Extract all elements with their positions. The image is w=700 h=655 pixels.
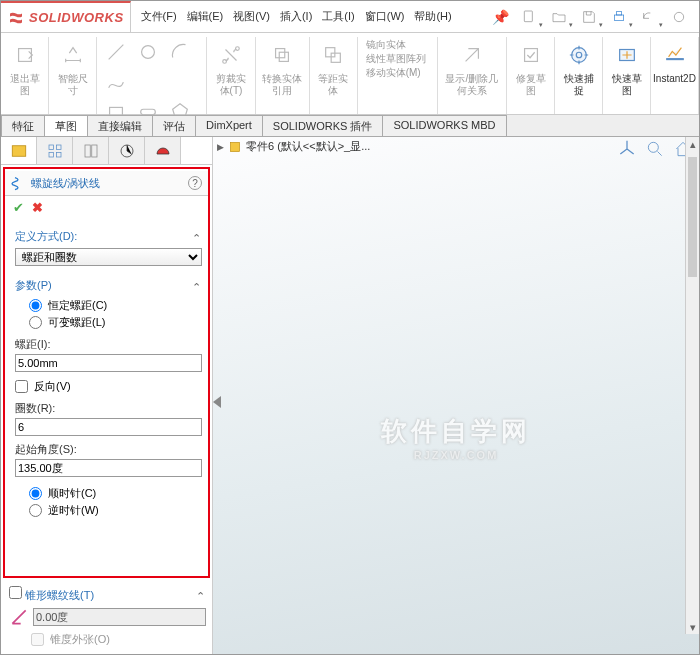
expand-tree-arrow[interactable] bbox=[213, 396, 221, 408]
scroll-down-icon[interactable]: ▾ bbox=[686, 620, 699, 634]
command-tabs: 特征 草图 直接编辑 评估 DimXpert SOLIDWORKS 插件 SOL… bbox=[1, 115, 699, 137]
ptab-property[interactable] bbox=[37, 137, 73, 164]
menu-window[interactable]: 窗口(W) bbox=[361, 5, 409, 28]
menu-edit[interactable]: 编辑(E) bbox=[183, 5, 228, 28]
scroll-up-icon[interactable]: ▴ bbox=[686, 137, 699, 151]
chevron-up-icon[interactable]: ⌃ bbox=[196, 590, 206, 600]
ribbon-repair[interactable]: 修复草图 bbox=[507, 37, 555, 114]
svg-point-11 bbox=[236, 47, 240, 51]
taper-outward-checkbox: 锥度外张(O) bbox=[5, 631, 206, 648]
menu-insert[interactable]: 插入(I) bbox=[276, 5, 316, 28]
qat-save[interactable]: ▾ bbox=[577, 5, 601, 29]
qat-undo[interactable]: ▾ bbox=[637, 5, 661, 29]
ribbon-sketch-tools[interactable] bbox=[97, 37, 207, 114]
radio-variable-pitch[interactable]: 可变螺距(L) bbox=[15, 314, 202, 331]
svg-rect-16 bbox=[524, 49, 537, 62]
crumb-arrow-icon[interactable]: ▶ bbox=[217, 142, 224, 152]
reverse-checkbox[interactable]: 反向(V) bbox=[15, 378, 202, 395]
menu-items: 文件(F) 编辑(E) 视图(V) 插入(I) 工具(I) 窗口(W) 帮助(H… bbox=[131, 5, 484, 28]
svg-rect-2 bbox=[616, 11, 621, 14]
taper-label: 锥形螺纹线(T) bbox=[25, 589, 94, 601]
menu-help[interactable]: 帮助(H) bbox=[410, 5, 455, 28]
spline-icon[interactable] bbox=[103, 71, 129, 97]
workspace: 螺旋线/涡状线 ? ✔ ✖ 定义方式(D):⌃ 螺距和圈数 参数(P)⌃ 恒定螺… bbox=[1, 137, 699, 654]
ribbon-convert[interactable]: 转换实体引用 bbox=[256, 37, 310, 114]
ptab-feature-tree[interactable] bbox=[1, 137, 37, 164]
ribbon-trim[interactable]: 剪裁实体(T) bbox=[207, 37, 256, 114]
circle-icon[interactable] bbox=[135, 39, 161, 65]
cancel-button[interactable]: ✖ bbox=[32, 200, 43, 215]
ok-button[interactable]: ✔ bbox=[13, 200, 24, 215]
ptab-dim[interactable] bbox=[109, 137, 145, 164]
radio-constant-pitch[interactable]: 恒定螺距(C) bbox=[15, 297, 202, 314]
ribbon-quick-snap[interactable]: 快速捕捉 bbox=[555, 37, 603, 114]
radio-counterclockwise[interactable]: 逆时针(W) bbox=[15, 502, 202, 519]
radio-clockwise[interactable]: 顺时针(C) bbox=[15, 485, 202, 502]
menubar: SOLIDWORKS 文件(F) 编辑(E) 视图(V) 插入(I) 工具(I)… bbox=[1, 1, 699, 33]
app-logo: SOLIDWORKS bbox=[1, 1, 131, 32]
quick-access-toolbar: ▾ ▾ ▾ ▾ ▾ bbox=[517, 5, 699, 29]
part-icon bbox=[228, 140, 242, 154]
ribbon-rapid-sketch[interactable]: 快速草图 bbox=[603, 37, 651, 114]
menu-view[interactable]: 视图(V) bbox=[229, 5, 274, 28]
ribbon-relations[interactable]: 显示/删除几何关系 bbox=[438, 37, 507, 114]
tab-mbd[interactable]: SOLIDWORKS MBD bbox=[382, 115, 506, 136]
arc-icon[interactable] bbox=[167, 39, 193, 65]
tab-direct-edit[interactable]: 直接编辑 bbox=[87, 115, 153, 136]
qat-new[interactable]: ▾ bbox=[517, 5, 541, 29]
section-taper: 锥形螺纹线(T)⌃ 锥度外张(O) bbox=[1, 580, 212, 654]
section-define-by: 定义方式(D):⌃ 螺距和圈数 bbox=[5, 223, 208, 272]
helix-icon bbox=[11, 175, 27, 191]
start-angle-input[interactable] bbox=[15, 459, 202, 477]
svg-rect-13 bbox=[280, 52, 289, 61]
svg-rect-22 bbox=[49, 145, 54, 150]
ribbon-exit-sketch[interactable]: 退出草图 bbox=[1, 37, 49, 114]
graphics-viewport[interactable]: ▶ 零件6 (默认<<默认>_显... 软件自学网 RJZXW.COM ▴ ▾ bbox=[213, 137, 699, 654]
ribbon-smart-dimension[interactable]: 智能尺寸 bbox=[49, 37, 97, 114]
svg-rect-12 bbox=[276, 49, 285, 58]
chevron-up-icon[interactable]: ⌃ bbox=[192, 281, 202, 291]
svg-point-30 bbox=[648, 142, 658, 152]
qat-open[interactable]: ▾ bbox=[547, 5, 571, 29]
ribbon-pattern-group[interactable]: 镜向实体 线性草图阵列 移动实体(M) bbox=[358, 37, 438, 114]
triad-icon[interactable] bbox=[617, 139, 637, 159]
svg-point-10 bbox=[223, 60, 227, 64]
svg-rect-4 bbox=[18, 49, 31, 62]
scroll-thumb[interactable] bbox=[688, 157, 697, 277]
menu-file[interactable]: 文件(F) bbox=[137, 5, 181, 28]
tab-sketch[interactable]: 草图 bbox=[44, 115, 88, 136]
ribbon-instant2d[interactable]: Instant2D bbox=[651, 37, 699, 114]
svg-point-18 bbox=[576, 52, 582, 58]
ptab-appearance[interactable] bbox=[145, 137, 181, 164]
define-by-select[interactable]: 螺距和圈数 bbox=[15, 248, 202, 266]
tab-addins[interactable]: SOLIDWORKS 插件 bbox=[262, 115, 384, 136]
svg-rect-14 bbox=[326, 48, 335, 57]
qat-rebuild[interactable] bbox=[667, 5, 691, 29]
taper-angle-icon bbox=[9, 607, 29, 627]
tab-features[interactable]: 特征 bbox=[1, 115, 45, 136]
tab-evaluate[interactable]: 评估 bbox=[152, 115, 196, 136]
chevron-up-icon[interactable]: ⌃ bbox=[192, 232, 202, 242]
svg-rect-0 bbox=[524, 11, 532, 22]
ptab-config[interactable] bbox=[73, 137, 109, 164]
document-crumb[interactable]: ▶ 零件6 (默认<<默认>_显... bbox=[217, 139, 370, 154]
pm-header: 螺旋线/涡状线 ? bbox=[5, 171, 208, 196]
svg-rect-7 bbox=[141, 109, 156, 115]
taper-checkbox[interactable] bbox=[9, 586, 22, 599]
ribbon-offset[interactable]: 等距实体 bbox=[310, 37, 358, 114]
property-manager-panel: 螺旋线/涡状线 ? ✔ ✖ 定义方式(D):⌃ 螺距和圈数 参数(P)⌃ 恒定螺… bbox=[1, 137, 213, 654]
revolutions-input[interactable] bbox=[15, 418, 202, 436]
highlighted-region: 螺旋线/涡状线 ? ✔ ✖ 定义方式(D):⌃ 螺距和圈数 参数(P)⌃ 恒定螺… bbox=[3, 167, 210, 578]
app-title: SOLIDWORKS bbox=[29, 10, 124, 25]
zoom-icon[interactable] bbox=[645, 139, 665, 159]
svg-point-5 bbox=[142, 46, 155, 59]
menu-tools[interactable]: 工具(I) bbox=[318, 5, 358, 28]
revolutions-label: 圈数(R): bbox=[15, 401, 202, 416]
line-icon[interactable] bbox=[103, 39, 129, 65]
vertical-scrollbar[interactable]: ▴ ▾ bbox=[685, 137, 699, 634]
pin-icon[interactable]: 📌 bbox=[484, 9, 517, 25]
help-icon[interactable]: ? bbox=[188, 176, 202, 190]
tab-dimxpert[interactable]: DimXpert bbox=[195, 115, 263, 136]
qat-print[interactable]: ▾ bbox=[607, 5, 631, 29]
pitch-input[interactable] bbox=[15, 354, 202, 372]
